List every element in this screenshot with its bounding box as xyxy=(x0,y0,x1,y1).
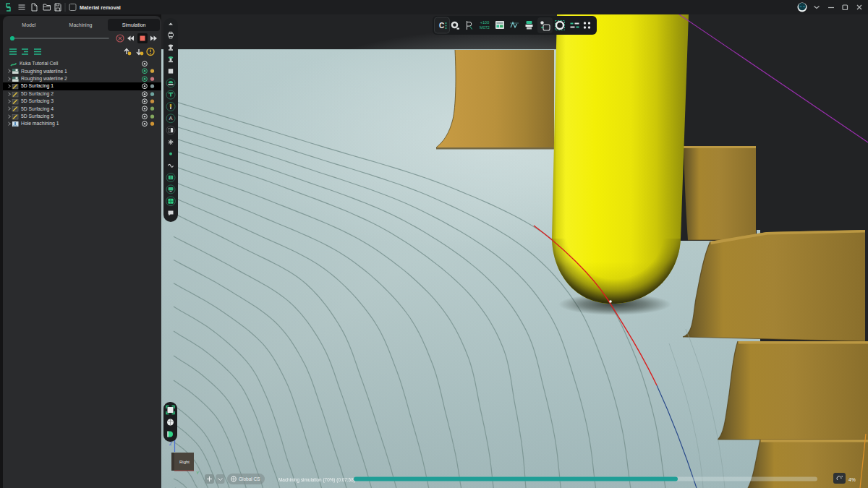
svg-text:M072: M072 xyxy=(480,25,490,30)
svg-text:Right: Right xyxy=(179,460,190,464)
svg-text:4%: 4% xyxy=(848,477,856,482)
svg-text:A: A xyxy=(169,115,172,121)
svg-text:Machining simulation (70%) (0:: Machining simulation (70%) (0:07:58) xyxy=(278,477,355,483)
svg-text:Material removal: Material removal xyxy=(80,4,121,11)
svg-text:C: C xyxy=(439,22,444,30)
svg-text:+100: +100 xyxy=(480,20,489,25)
svg-text:Global CS: Global CS xyxy=(239,476,260,481)
